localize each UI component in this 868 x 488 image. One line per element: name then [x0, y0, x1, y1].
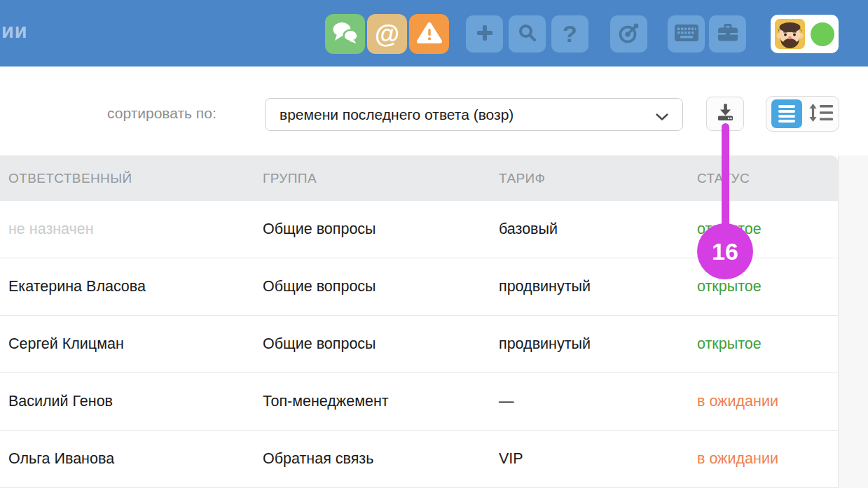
user-menu[interactable] — [771, 15, 839, 53]
top-navigation-bar: ии @ — [0, 0, 868, 67]
page-background-strip — [839, 155, 868, 488]
table-row[interactable]: Василий Генов Топ-менеджемент — в ожидан… — [0, 373, 838, 431]
tickets-table: ОТВЕТСТВЕННЫЙ ГРУППА ТАРИФ СТАТУС не наз… — [0, 155, 839, 488]
list-view-button[interactable] — [771, 99, 802, 128]
column-header-group: ГРУППА — [263, 171, 499, 186]
clipped-nav-text: ии — [1, 20, 28, 43]
group-cell: Топ-менеджемент — [263, 393, 499, 410]
sort-by-label: сортировать по: — [107, 105, 216, 122]
hotkeys-button[interactable] — [668, 15, 705, 53]
plus-icon — [475, 23, 495, 46]
avatar — [775, 19, 805, 49]
search-icon — [518, 23, 537, 46]
table-row[interactable]: Сергей Клицман Общие вопросы продвинутый… — [0, 316, 838, 373]
status-cell: открытое — [697, 335, 838, 353]
group-cell: Общие вопросы — [263, 335, 499, 353]
alerts-button[interactable] — [409, 14, 449, 54]
tariff-cell: базовый — [499, 221, 697, 238]
view-toggle-group — [766, 96, 839, 132]
status-cell: открытое — [697, 278, 838, 295]
group-cell: Общие вопросы — [263, 221, 499, 238]
question-mark-icon: ? — [563, 20, 577, 48]
column-header-assignee: ОТВЕТСТВЕННЫЙ — [8, 171, 263, 186]
mentions-button[interactable]: @ — [367, 14, 407, 54]
chat-bubbles-icon — [332, 21, 359, 48]
group-cell: Общие вопросы — [263, 278, 499, 295]
assignee-cell: Екатерина Власова — [8, 278, 263, 295]
table-header-row: ОТВЕТСТВЕННЫЙ ГРУППА ТАРИФ СТАТУС — [0, 155, 838, 201]
column-header-status: СТАТУС — [697, 171, 838, 186]
target-dart-icon — [618, 22, 640, 47]
download-icon — [716, 103, 735, 125]
annotation-label: 16 — [712, 238, 738, 265]
sort-select-value: времени последнего ответа (возр) — [280, 99, 514, 130]
online-status-dot[interactable] — [811, 22, 834, 46]
row-height-button[interactable] — [806, 104, 836, 124]
tariff-cell: VIP — [499, 450, 697, 468]
group-cell: Обратная связь — [263, 450, 499, 468]
tariff-cell: продвинутый — [499, 278, 697, 295]
column-header-tariff: ТАРИФ — [499, 171, 697, 186]
tariff-cell: — — [499, 393, 697, 410]
sort-select[interactable]: времени последнего ответа (возр) — [265, 98, 683, 131]
assignee-cell: Ольга Иванова — [8, 450, 263, 468]
tariff-cell: продвинутый — [499, 335, 697, 353]
row-height-icon — [808, 103, 834, 125]
tools-button[interactable] — [709, 15, 746, 53]
status-cell: в ожидании — [697, 450, 838, 468]
assignee-cell: не назначен — [8, 221, 263, 238]
assignee-cell: Василий Генов — [8, 393, 263, 410]
search-button[interactable] — [509, 15, 546, 53]
annotation-marker-16: 16 — [697, 223, 753, 279]
chat-notifications-button[interactable] — [325, 14, 365, 54]
briefcase-icon — [717, 22, 739, 46]
help-button[interactable]: ? — [551, 15, 588, 53]
status-cell: в ожидании — [697, 393, 838, 410]
table-row[interactable]: Ольга Иванова Обратная связь VIP в ожида… — [0, 431, 838, 488]
add-ticket-button[interactable] — [466, 15, 503, 53]
keyboard-icon — [674, 24, 699, 45]
chevron-down-icon — [656, 111, 668, 124]
at-sign-icon: @ — [375, 20, 399, 49]
assignee-cell: Сергей Клицман — [8, 335, 263, 353]
goals-button[interactable] — [610, 15, 647, 53]
warning-triangle-icon — [417, 22, 442, 47]
